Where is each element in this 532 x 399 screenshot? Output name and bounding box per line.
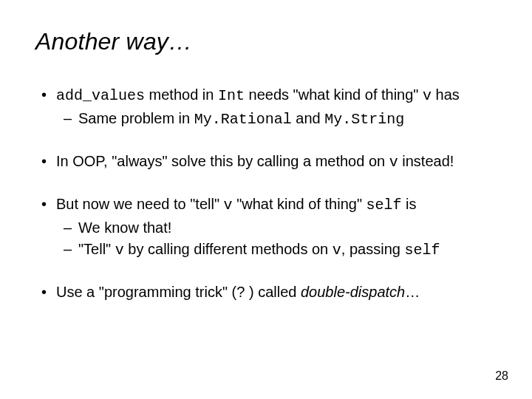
emphasis-double-dispatch: double-dispatch [301, 284, 405, 300]
bullet-4: Use a "programming trick" (? ) called do… [35, 282, 497, 302]
sub-bullet: Same problem in My.Rational and My.Strin… [56, 109, 497, 129]
code-v: v [389, 154, 398, 171]
text: But now we need to "tell" [56, 196, 224, 212]
code-v: v [115, 242, 124, 259]
text: has [432, 86, 460, 103]
code-v: v [332, 242, 341, 259]
text: and [292, 110, 324, 126]
text: needs "what kind of thing" [245, 86, 423, 103]
sub-bullet: We know that! [56, 218, 497, 238]
bullet-2: In OOP, "always" solve this by calling a… [35, 151, 497, 172]
code-v: v [224, 197, 233, 214]
text: by calling different methods on [124, 241, 332, 257]
text: is [402, 196, 417, 212]
text: Use a "programming trick" (? ) called [56, 284, 301, 300]
slide-title: Another way… [35, 28, 497, 55]
text: In OOP, "always" solve this by calling a… [56, 153, 389, 169]
sub-list: We know that! "Tell" v by calling differ… [56, 218, 497, 260]
sub-bullet: "Tell" v by calling different methods on… [56, 239, 497, 260]
bullet-3: But now we need to "tell" v "what kind o… [35, 194, 497, 260]
code-add-values: add_values [56, 87, 145, 104]
page-number: 28 [495, 369, 508, 383]
slide: Another way… add_values method in Int ne… [0, 0, 532, 399]
text: "Tell" [78, 241, 115, 257]
bullet-list: add_values method in Int needs "what kin… [35, 85, 497, 302]
text: "what kind of thing" [233, 196, 366, 212]
text: Same problem in [78, 110, 194, 126]
code-int: Int [218, 87, 245, 104]
code-v: v [423, 87, 432, 104]
text: We know that! [78, 219, 171, 236]
sub-list: Same problem in My.Rational and My.Strin… [56, 109, 497, 129]
code-mystring: My.String [324, 111, 404, 128]
text: instead! [398, 153, 454, 169]
code-myrational: My.Rational [194, 111, 292, 128]
text: … [405, 284, 420, 300]
code-self: self [366, 197, 402, 214]
code-self: self [404, 242, 440, 259]
bullet-1: add_values method in Int needs "what kin… [35, 85, 497, 129]
text: , passing [341, 241, 405, 257]
text: method in [145, 86, 218, 103]
